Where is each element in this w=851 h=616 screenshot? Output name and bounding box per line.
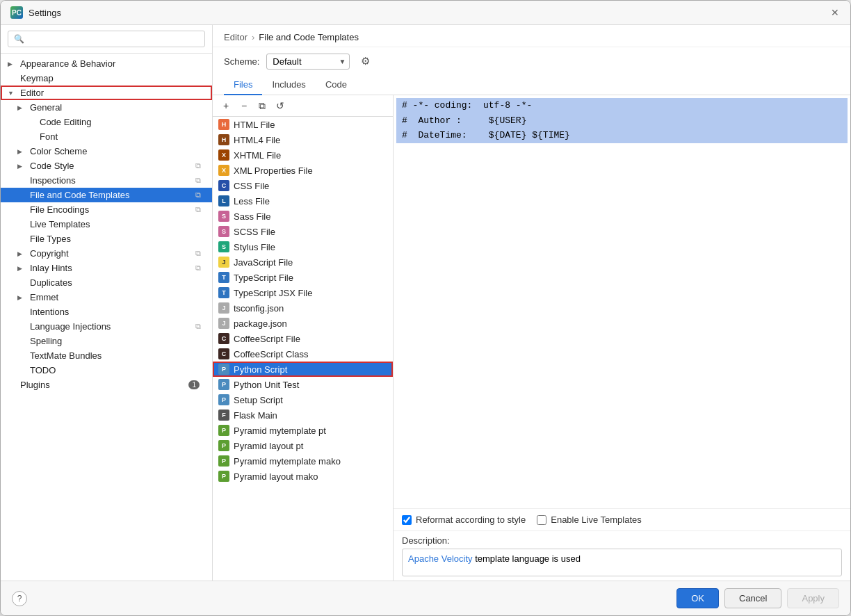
sidebar-item-code-editing[interactable]: ▶ Code Editing bbox=[1, 115, 212, 129]
file-list-item[interactable]: JJavaScript File bbox=[213, 254, 393, 270]
file-name: CoffeeScript File bbox=[234, 334, 300, 344]
file-list-item[interactable]: CCSS File bbox=[213, 178, 393, 193]
tab-code[interactable]: Code bbox=[316, 75, 357, 95]
file-icon: P bbox=[218, 364, 229, 375]
sidebar-item-appearance[interactable]: ▶ Appearance & Behavior bbox=[1, 56, 212, 71]
file-name: XML Properties File bbox=[234, 165, 313, 176]
sidebar-item-plugins[interactable]: ▶ Plugins 1 bbox=[1, 378, 212, 392]
desc-section: Description: Apache Velocity template la… bbox=[394, 530, 850, 581]
file-list-item[interactable]: PPython Unit Test bbox=[213, 377, 393, 392]
file-list-item[interactable]: Jtsconfig.json bbox=[213, 300, 393, 316]
code-line: # Author : ${USER} bbox=[396, 113, 848, 129]
file-list-item[interactable]: LLess File bbox=[213, 193, 393, 209]
file-name: TypeScript File bbox=[234, 273, 293, 283]
content-area: + − ⧉ ↺ HHTML FileHHTML4 FileXXHTML File… bbox=[213, 95, 850, 581]
sidebar-item-live-templates[interactable]: ▶ Live Templates bbox=[1, 217, 212, 232]
file-list-item[interactable]: PPython Script bbox=[213, 362, 393, 377]
sidebar-item-language-injections[interactable]: ▶ Language Injections ⧉ bbox=[1, 319, 212, 334]
file-list-item[interactable]: Jpackage.json bbox=[213, 316, 393, 331]
file-list-item[interactable]: HHTML File bbox=[213, 117, 393, 132]
file-list-item[interactable]: PPyramid mytemplate pt bbox=[213, 423, 393, 438]
file-list-item[interactable]: CCoffeeScript Class bbox=[213, 346, 393, 362]
scheme-select[interactable]: Default Project bbox=[266, 54, 350, 70]
sidebar-item-copyright[interactable]: ▶ Copyright ⧉ bbox=[1, 246, 212, 261]
file-icon: P bbox=[218, 440, 229, 451]
file-icon: C bbox=[218, 180, 229, 191]
desc-text: template language is used bbox=[473, 553, 581, 564]
copy-icon: ⧉ bbox=[195, 205, 201, 214]
sidebar-item-file-encodings[interactable]: ▶ File Encodings ⧉ bbox=[1, 202, 212, 217]
sidebar-item-inspections[interactable]: ▶ Inspections ⧉ bbox=[1, 173, 212, 188]
file-name: CSS File bbox=[234, 181, 269, 191]
file-name: Sass File bbox=[234, 211, 270, 222]
code-editor[interactable]: # -*- coding: utf-8 -*-# Author : ${USER… bbox=[394, 95, 850, 508]
file-list: HHTML FileHHTML4 FileXXHTML FileXXML Pro… bbox=[213, 117, 393, 581]
sidebar: ▶ Appearance & Behavior ▶ Keymap ▼ Edito… bbox=[1, 25, 213, 581]
gear-button[interactable]: ⚙ bbox=[357, 53, 373, 70]
live-templates-checkbox[interactable] bbox=[537, 515, 546, 525]
sidebar-item-todo[interactable]: ▶ TODO bbox=[1, 363, 212, 378]
file-list-item[interactable]: XXML Properties File bbox=[213, 163, 393, 178]
copy-icon: ⧉ bbox=[195, 176, 201, 185]
reformat-checkbox[interactable] bbox=[402, 515, 412, 525]
sidebar-item-code-style[interactable]: ▶ Code Style ⧉ bbox=[1, 159, 212, 173]
file-list-item[interactable]: SSCSS File bbox=[213, 224, 393, 239]
title-bar: PC Settings ✕ bbox=[1, 1, 850, 25]
cancel-button[interactable]: Cancel bbox=[724, 588, 781, 608]
tab-includes[interactable]: Includes bbox=[262, 75, 315, 95]
close-button[interactable]: ✕ bbox=[829, 7, 841, 18]
file-icon: H bbox=[218, 119, 229, 130]
file-list-item[interactable]: PPyramid layout mako bbox=[213, 469, 393, 484]
copy-icon: ⧉ bbox=[195, 322, 201, 331]
file-list-item[interactable]: PSetup Script bbox=[213, 392, 393, 407]
file-list-item[interactable]: TTypeScript File bbox=[213, 270, 393, 285]
search-input[interactable] bbox=[8, 31, 205, 47]
sidebar-item-duplicates[interactable]: ▶ Duplicates bbox=[1, 275, 212, 290]
sidebar-item-inlay-hints[interactable]: ▶ Inlay Hints ⧉ bbox=[1, 261, 212, 275]
search-bar bbox=[1, 25, 212, 54]
file-list-item[interactable]: SSass File bbox=[213, 209, 393, 224]
tabs-row: Files Includes Code bbox=[213, 75, 850, 95]
file-list-item[interactable]: SStylus File bbox=[213, 239, 393, 254]
file-icon: S bbox=[218, 211, 229, 222]
sidebar-item-spelling[interactable]: ▶ Spelling bbox=[1, 334, 212, 348]
sidebar-item-keymap[interactable]: ▶ Keymap bbox=[1, 71, 212, 86]
file-list-item[interactable]: TTypeScript JSX File bbox=[213, 285, 393, 300]
file-icon: C bbox=[218, 348, 229, 359]
ok-button[interactable]: OK bbox=[676, 588, 719, 608]
apply-button[interactable]: Apply bbox=[787, 588, 839, 608]
file-name: CoffeeScript Class bbox=[234, 349, 308, 359]
remove-button[interactable]: − bbox=[236, 98, 252, 113]
file-list-item[interactable]: HHTML4 File bbox=[213, 132, 393, 147]
action-buttons: OK Cancel Apply bbox=[676, 588, 839, 608]
tab-files[interactable]: Files bbox=[224, 75, 262, 95]
sidebar-item-general[interactable]: ▶ General bbox=[1, 100, 212, 115]
file-list-item[interactable]: FFlask Main bbox=[213, 407, 393, 423]
scheme-row: Scheme: Default Project ▼ ⚙ bbox=[213, 47, 850, 75]
file-list-item[interactable]: PPyramid layout pt bbox=[213, 438, 393, 453]
code-panel: # -*- coding: utf-8 -*-# Author : ${USER… bbox=[394, 95, 850, 581]
sidebar-item-emmet[interactable]: ▶ Emmet bbox=[1, 290, 212, 305]
breadcrumb-separator: › bbox=[252, 32, 254, 42]
copy-button[interactable]: ⧉ bbox=[254, 98, 270, 113]
file-name: Pyramid mytemplate pt bbox=[234, 425, 326, 436]
sidebar-item-intentions[interactable]: ▶ Intentions bbox=[1, 305, 212, 319]
file-name: Pyramid layout pt bbox=[234, 441, 303, 451]
reformat-label[interactable]: Reformat according to style bbox=[402, 514, 526, 525]
sidebar-item-font[interactable]: ▶ Font bbox=[1, 129, 212, 144]
apache-velocity-link[interactable]: Apache Velocity bbox=[408, 553, 473, 564]
file-list-item[interactable]: CCoffeeScript File bbox=[213, 331, 393, 346]
help-button[interactable]: ? bbox=[12, 591, 27, 606]
add-button[interactable]: + bbox=[218, 98, 234, 113]
sidebar-item-editor[interactable]: ▼ Editor bbox=[1, 86, 212, 100]
live-templates-label[interactable]: Enable Live Templates bbox=[537, 514, 642, 525]
file-list-item[interactable]: XXHTML File bbox=[213, 147, 393, 163]
file-list-item[interactable]: PPyramid mytemplate mako bbox=[213, 453, 393, 469]
sidebar-item-color-scheme[interactable]: ▶ Color Scheme bbox=[1, 144, 212, 159]
code-line: # DateTime: ${DATE} ${TIME} bbox=[396, 128, 848, 143]
sidebar-item-file-types[interactable]: ▶ File Types bbox=[1, 232, 212, 246]
reset-button[interactable]: ↺ bbox=[273, 98, 288, 113]
sidebar-item-textmate-bundles[interactable]: ▶ TextMate Bundles bbox=[1, 348, 212, 363]
sidebar-item-file-code-templates[interactable]: ▶ File and Code Templates ⧉ bbox=[1, 188, 212, 202]
file-icon: X bbox=[218, 165, 229, 176]
